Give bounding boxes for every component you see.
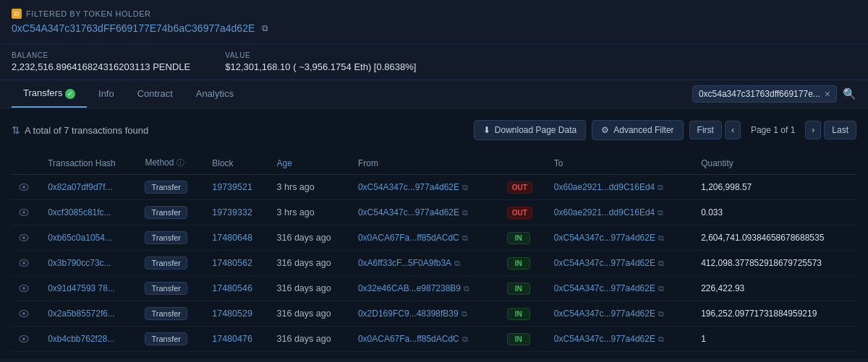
- row-age-cell: 316 days ago: [270, 301, 351, 327]
- eye-button[interactable]: [19, 207, 29, 218]
- row-block-cell: 17480546: [205, 276, 269, 301]
- copy-from-button[interactable]: ⧉: [462, 183, 468, 192]
- to-addr-cell: 0xC54A347c...977a4d62E ⧉: [554, 334, 686, 344]
- from-addr-link[interactable]: 0x0ACA67Fa...ff85dACdC: [358, 334, 459, 344]
- from-addr-link[interactable]: 0xC54A347c...977a4d62E: [358, 182, 459, 192]
- copy-to-button[interactable]: ⧉: [658, 208, 663, 217]
- last-page-button[interactable]: Last: [824, 121, 856, 139]
- copy-from-button[interactable]: ⧉: [464, 284, 469, 293]
- filter-gear-icon: ⚙: [601, 125, 609, 135]
- block-link[interactable]: 17480529: [212, 309, 252, 319]
- tx-hash-link[interactable]: 0x3b790cc73c...: [48, 258, 111, 268]
- eye-button[interactable]: [19, 258, 29, 269]
- row-block-cell: 17480476: [205, 327, 269, 352]
- tx-hash-link[interactable]: 0x91d47593 78...: [48, 283, 115, 293]
- tx-hash-link[interactable]: 0xb4cbb762f28...: [48, 334, 114, 344]
- total-count: ⇅ A total of 7 transactions found: [12, 124, 148, 136]
- copy-from-button[interactable]: ⧉: [462, 208, 468, 217]
- copy-to-button[interactable]: ⧉: [658, 309, 664, 319]
- copy-from-button[interactable]: ⧉: [462, 335, 468, 344]
- block-link[interactable]: 19739521: [212, 182, 252, 192]
- block-link[interactable]: 17480546: [212, 283, 252, 293]
- eye-button[interactable]: [19, 283, 29, 294]
- row-eye-cell: [12, 200, 41, 225]
- copy-to-button[interactable]: ⧉: [658, 259, 664, 268]
- close-filter-button[interactable]: ×: [825, 89, 830, 99]
- address-row: 0xC54A347c31763dFF669177E74b6aC36977a4d6…: [12, 22, 856, 35]
- eye-button[interactable]: [19, 182, 29, 193]
- tx-hash-link[interactable]: 0xcf3085c81fc...: [48, 207, 111, 217]
- col-age: Age: [270, 152, 351, 175]
- col-method: Method ⓘ: [137, 152, 205, 175]
- tab-right: 0xc54a347c31763dff669177e... × 🔍: [692, 85, 856, 103]
- eye-button[interactable]: [19, 309, 29, 319]
- from-addr-link[interactable]: 0x32e46CAB...e987238B9: [358, 283, 461, 293]
- from-addr-link[interactable]: 0xA6ff33cF...5F0A9fb3A: [358, 258, 451, 268]
- from-addr-link[interactable]: 0x2D169FC9...48398fB39: [358, 309, 459, 319]
- block-link[interactable]: 17480648: [212, 233, 252, 243]
- block-link[interactable]: 17480476: [212, 334, 252, 344]
- from-addr-cell: 0xA6ff33cF...5F0A9fb3A ⧉: [358, 258, 493, 268]
- search-button[interactable]: 🔍: [843, 87, 856, 100]
- row-eye-cell: [12, 225, 41, 251]
- to-addr-link[interactable]: 0x60ae2921...dd9C16Ed4: [554, 182, 655, 192]
- to-addr-cell: 0x60ae2921...dd9C16Ed4 ⧉: [554, 207, 686, 217]
- tx-hash-link[interactable]: 0x82a07df9d7f...: [48, 182, 112, 192]
- to-addr-link[interactable]: 0xC54A347c...977a4d62E: [554, 334, 655, 344]
- row-eye-cell: [12, 301, 41, 327]
- copy-from-button[interactable]: ⧉: [462, 233, 468, 243]
- age-text: 316 days ago: [277, 258, 331, 268]
- svg-point-13: [22, 337, 25, 340]
- next-page-button[interactable]: ›: [805, 121, 821, 139]
- row-direction-cell: IN: [500, 327, 547, 352]
- row-txhash-cell: 0x91d47593 78...: [41, 276, 137, 301]
- to-addr-cell: 0xC54A347c...977a4d62E ⧉: [554, 309, 686, 319]
- to-addr-link[interactable]: 0x60ae2921...dd9C16Ed4: [554, 207, 655, 217]
- table-body: 0x82a07df9d7f... Transfer 19739521 3 hrs…: [12, 175, 856, 352]
- download-button[interactable]: ⬇ Download Page Data: [474, 120, 586, 140]
- direction-badge: IN: [507, 333, 530, 345]
- to-addr-cell: 0x60ae2921...dd9C16Ed4 ⧉: [554, 182, 686, 192]
- tx-hash-link[interactable]: 0xb65c0a1054...: [48, 233, 112, 243]
- method-badge: Transfer: [145, 307, 187, 320]
- block-link[interactable]: 17480562: [212, 258, 252, 268]
- tx-hash-link[interactable]: 0x2a5b85572f6...: [48, 309, 115, 319]
- to-addr-link[interactable]: 0xC54A347c...977a4d62E: [554, 233, 655, 243]
- from-addr-link[interactable]: 0xC54A347c...977a4d62E: [358, 207, 459, 217]
- to-addr-link[interactable]: 0xC54A347c...977a4d62E: [554, 258, 655, 268]
- to-addr-link[interactable]: 0xC54A347c...977a4d62E: [554, 309, 655, 319]
- tab-transfers[interactable]: Transfers ✓: [12, 80, 87, 108]
- tab-info[interactable]: Info: [87, 81, 126, 108]
- filter-address[interactable]: 0xC54A347c31763dFF669177E74b6aC36977a4d6…: [12, 22, 255, 34]
- col-from: From: [351, 152, 500, 175]
- direction-badge: IN: [507, 232, 530, 244]
- copy-from-button[interactable]: ⧉: [461, 309, 467, 319]
- row-age-cell: 316 days ago: [270, 327, 351, 352]
- balance-value: 2,232,516.896416824316203113 PENDLE: [12, 61, 190, 72]
- row-age-cell: 3 hrs ago: [270, 200, 351, 225]
- method-info-icon: ⓘ: [176, 158, 184, 167]
- tab-contract[interactable]: Contract: [126, 81, 184, 108]
- row-eye-cell: [12, 276, 41, 301]
- prev-page-button[interactable]: ‹: [725, 121, 741, 139]
- copy-address-button[interactable]: ⧉: [260, 22, 270, 35]
- copy-from-button[interactable]: ⧉: [454, 259, 460, 268]
- pagination: First ‹ Page 1 of 1 › Last: [689, 121, 856, 139]
- row-block-cell: 19739521: [205, 175, 269, 200]
- block-link[interactable]: 19739332: [212, 207, 252, 217]
- copy-to-button[interactable]: ⧉: [658, 335, 664, 344]
- balance-label: BALANCE: [12, 51, 190, 59]
- eye-button[interactable]: [19, 233, 29, 244]
- copy-to-button[interactable]: ⧉: [658, 233, 664, 243]
- from-addr-link[interactable]: 0x0ACA67Fa...ff85dACdC: [358, 233, 459, 243]
- eye-button[interactable]: [19, 334, 29, 345]
- copy-to-button[interactable]: ⧉: [658, 284, 664, 293]
- copy-to-button[interactable]: ⧉: [658, 183, 663, 192]
- row-txhash-cell: 0xb4cbb762f28...: [41, 327, 137, 352]
- first-page-button[interactable]: First: [689, 121, 722, 139]
- row-from-cell: 0xC54A347c...977a4d62E ⧉: [351, 175, 500, 200]
- advanced-filter-button[interactable]: ⚙ Advanced Filter: [592, 120, 683, 140]
- age-text: 316 days ago: [277, 334, 331, 344]
- to-addr-link[interactable]: 0xC54A347c...977a4d62E: [554, 283, 655, 293]
- tab-analytics[interactable]: Analytics: [184, 81, 245, 108]
